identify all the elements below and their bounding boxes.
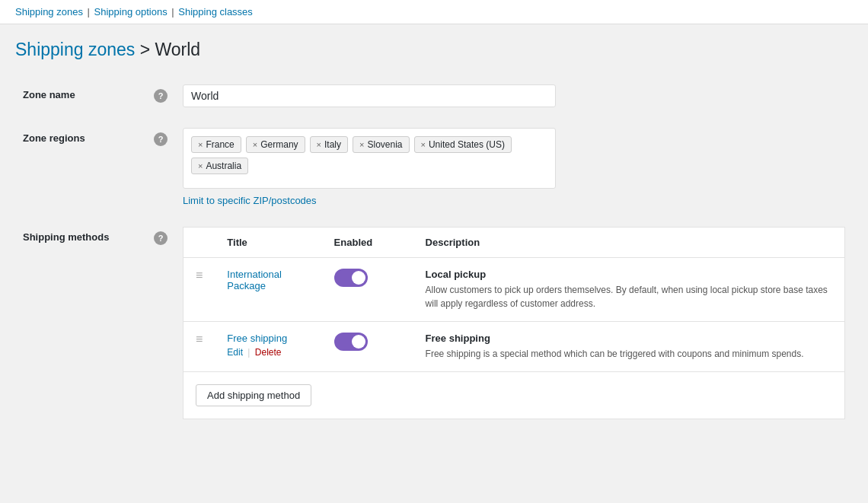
table-row: ≡International Package Local pickup Allo…	[183, 258, 845, 322]
breadcrumb: Shipping zones > World	[15, 40, 853, 60]
drag-handle-icon[interactable]: ≡	[196, 269, 203, 282]
zone-regions-row: Zone regions ? ×France×Germany×Italy×Slo…	[15, 119, 853, 218]
zone-name-help-icon[interactable]: ?	[154, 89, 168, 103]
top-nav: Shipping zones | Shipping options | Ship…	[0, 0, 868, 24]
zone-name-input[interactable]	[183, 84, 556, 107]
remove-region-icon[interactable]: ×	[359, 140, 364, 149]
method-title: Free shipping	[227, 333, 309, 344]
methods-wrapper: Title Enabled Description ≡International…	[183, 227, 845, 419]
shipping-methods-help-icon[interactable]: ?	[154, 231, 168, 245]
region-tag: ×Australia	[191, 158, 248, 174]
method-toggle[interactable]	[334, 333, 368, 351]
zone-regions-label: Zone regions	[15, 119, 146, 218]
drag-handle-icon[interactable]: ≡	[196, 333, 203, 345]
zone-name-field-cell	[175, 75, 853, 119]
remove-region-icon[interactable]: ×	[317, 140, 321, 149]
description-text: Allow customers to pick up orders themse…	[426, 283, 832, 310]
limit-zip-link[interactable]: Limit to specific ZIP/postcodes	[183, 195, 845, 206]
add-shipping-method-button[interactable]: Add shipping method	[196, 384, 311, 406]
breadcrumb-link[interactable]: Shipping zones	[15, 40, 135, 59]
zone-name-row: Zone name ?	[15, 75, 853, 119]
method-toggle[interactable]	[334, 269, 368, 287]
zone-regions-help-icon[interactable]: ?	[154, 132, 168, 146]
remove-region-icon[interactable]: ×	[421, 140, 426, 149]
table-row: ≡Free shippingEdit | Delete Free shippin…	[183, 322, 845, 372]
shipping-methods-row: Shipping methods ? Title Enabled D	[15, 218, 853, 431]
nav-shipping-classes[interactable]: Shipping classes	[178, 6, 253, 18]
toggle-slider	[334, 333, 368, 351]
nav-shipping-zones[interactable]: Shipping zones	[15, 6, 83, 18]
toggle-slider	[334, 269, 368, 287]
remove-region-icon[interactable]: ×	[198, 140, 203, 149]
zone-regions-help-cell: ?	[146, 119, 175, 218]
method-title-link[interactable]: Free shipping	[227, 333, 287, 344]
edit-method-link[interactable]: Edit	[227, 347, 243, 358]
col-description-header: Description	[413, 228, 845, 258]
breadcrumb-separator: >	[140, 40, 155, 59]
description-title: Local pickup	[426, 269, 832, 280]
delete-method-link[interactable]: Delete	[255, 347, 282, 358]
zone-regions-field-cell: ×France×Germany×Italy×Slovenia×United St…	[175, 119, 853, 218]
col-title-header: Title	[215, 228, 321, 258]
region-tag: ×Slovenia	[353, 136, 409, 153]
zone-name-label: Zone name	[15, 75, 146, 119]
zone-name-help-cell: ?	[146, 75, 175, 119]
remove-region-icon[interactable]: ×	[198, 161, 203, 170]
region-tag: ×France	[191, 136, 241, 153]
add-method-row: Add shipping method	[183, 372, 845, 419]
shipping-methods-help-cell: ?	[146, 218, 175, 431]
method-title: International Package	[227, 269, 309, 291]
col-enabled-header: Enabled	[322, 228, 413, 258]
page-content: Shipping zones > World Zone name ? Zone …	[0, 24, 868, 446]
method-actions: Edit | Delete	[227, 347, 309, 358]
shipping-methods-table: Title Enabled Description ≡International…	[183, 227, 845, 419]
zone-regions-box[interactable]: ×France×Germany×Italy×Slovenia×United St…	[183, 128, 556, 189]
form-table: Zone name ? Zone regions ? ×France×Germa	[15, 75, 853, 431]
region-tags: ×France×Germany×Italy×Slovenia×United St…	[191, 136, 547, 174]
region-tag: ×Germany	[246, 136, 305, 153]
region-tag: ×Italy	[310, 136, 348, 153]
description-title: Free shipping	[426, 333, 832, 344]
breadcrumb-current: World	[155, 40, 201, 59]
col-drag	[183, 228, 215, 258]
nav-shipping-options[interactable]: Shipping options	[94, 6, 168, 18]
description-text: Free shipping is a special method which …	[426, 347, 832, 361]
shipping-methods-field-cell: Title Enabled Description ≡International…	[175, 218, 853, 431]
shipping-methods-label: Shipping methods	[15, 218, 146, 431]
region-tag: ×United States (US)	[414, 136, 512, 153]
remove-region-icon[interactable]: ×	[253, 140, 257, 149]
method-title-link[interactable]: International Package	[227, 269, 282, 291]
